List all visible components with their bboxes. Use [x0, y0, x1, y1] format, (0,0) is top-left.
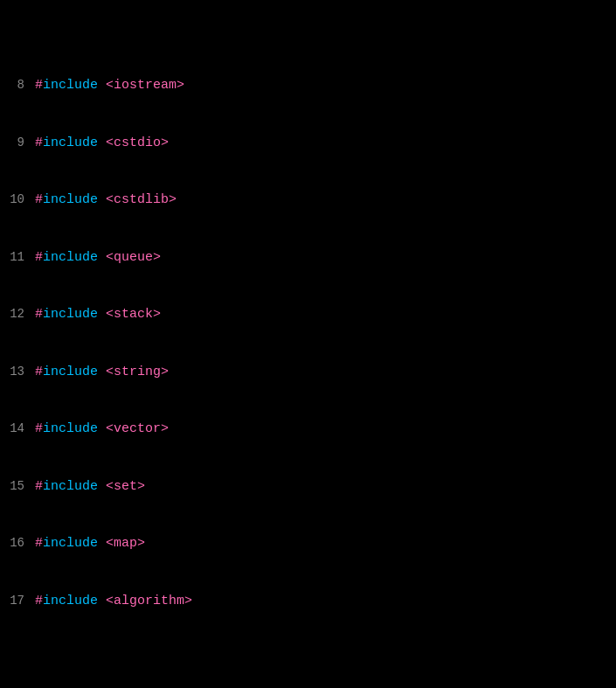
line-11: 11 #include <queue>	[0, 248, 616, 268]
code-editor: 8 #include <iostream> 9 #include <cstdio…	[0, 0, 616, 688]
line-content: #include <iostream>	[31, 76, 616, 95]
line-content: #include <cstdio>	[31, 134, 616, 153]
line-number: 11	[0, 248, 31, 266]
line-10: 10 #include <cstdlib>	[0, 191, 616, 210]
line-content: #include <stack>	[31, 305, 616, 324]
line-content: #include <cstdlib>	[31, 191, 616, 210]
line-content: #include <set>	[31, 477, 616, 497]
line-number: 12	[0, 305, 31, 323]
line-number: 16	[0, 534, 31, 552]
line-number: 15	[0, 477, 31, 495]
line-content: #include <queue>	[31, 248, 616, 268]
line-17: 17 #include <algorithm>	[0, 592, 616, 611]
line-8: 8 #include <iostream>	[0, 76, 616, 95]
line-content: #include <map>	[31, 534, 616, 553]
line-15: 15 #include <set>	[0, 477, 616, 497]
line-content: #include <algorithm>	[31, 592, 616, 611]
line-content: #include <string>	[31, 363, 616, 382]
line-number: 9	[0, 134, 31, 151]
line-9: 9 #include <cstdio>	[0, 134, 616, 153]
line-number: 13	[0, 363, 31, 380]
line-13: 13 #include <string>	[0, 363, 616, 382]
line-number: 8	[0, 76, 31, 94]
line-number: 17	[0, 592, 31, 609]
line-number: 10	[0, 191, 31, 208]
line-number: 14	[0, 420, 31, 437]
line-content: #include <vector>	[31, 420, 616, 439]
line-14: 14 #include <vector>	[0, 420, 616, 439]
line-12: 12 #include <stack>	[0, 305, 616, 324]
line-16: 16 #include <map>	[0, 534, 616, 553]
